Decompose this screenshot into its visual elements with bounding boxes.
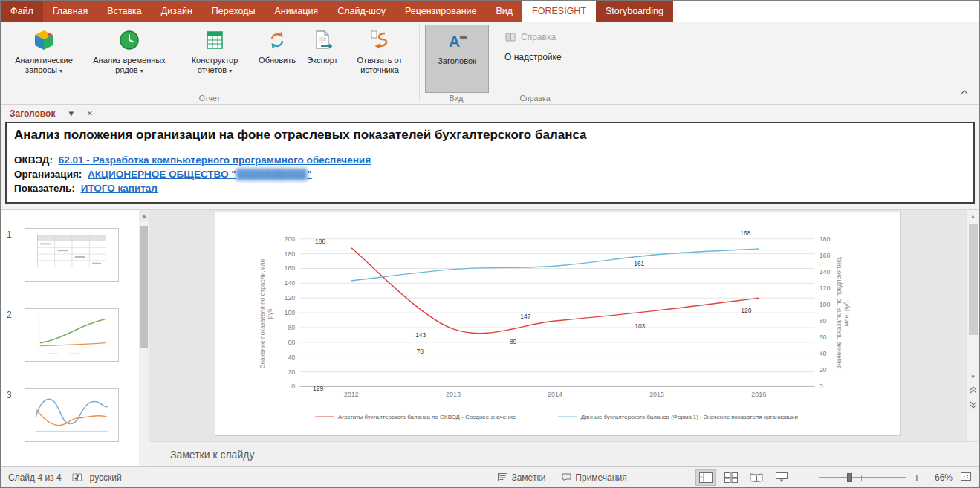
- tab-рецензирование[interactable]: Рецензирование: [395, 1, 487, 22]
- svg-text:80: 80: [820, 317, 827, 325]
- notes-icon: [498, 473, 507, 481]
- notes-placeholder: Заметки к слайду: [170, 449, 254, 461]
- group-divider: [419, 25, 420, 101]
- svg-text:2016: 2016: [751, 391, 766, 398]
- organization-link[interactable]: АКЦИОНЕРНОЕ ОБЩЕСТВО "██████████": [88, 169, 312, 180]
- svg-text:0: 0: [820, 383, 823, 390]
- slide-thumbnail-2[interactable]: 2: [1, 308, 139, 362]
- collapse-ribbon-button[interactable]: [958, 82, 970, 100]
- reading-view-button[interactable]: [746, 469, 767, 486]
- report-title: Анализ положения организации на фоне отр…: [14, 128, 966, 143]
- fit-slide-button[interactable]: [960, 471, 972, 484]
- slide-1-preview[interactable]: [25, 228, 119, 282]
- scroll-up-icon[interactable]: ▲: [967, 210, 980, 222]
- spellcheck-icon[interactable]: [72, 472, 82, 482]
- slide-2-preview[interactable]: [25, 308, 119, 362]
- organization-line: Организация: АКЦИОНЕРНОЕ ОБЩЕСТВО "█████…: [14, 167, 966, 181]
- svg-text:60: 60: [288, 339, 295, 346]
- language-indicator[interactable]: русский: [90, 472, 122, 483]
- title-view-button[interactable]: А Заголовок: [425, 25, 489, 93]
- tab-главная[interactable]: Главная: [43, 1, 98, 22]
- status-bar-right: Заметки Примечания: [498, 469, 972, 486]
- previous-slide-button[interactable]: [967, 383, 980, 397]
- svg-text:Значение показателя по предпри: Значение показателя по предприятию,млн. …: [835, 256, 850, 369]
- notes-panel[interactable]: Заметки к слайду: [149, 441, 979, 466]
- slide-number: 1: [7, 228, 25, 282]
- vertical-scrollbar[interactable]: ▲ ▼: [966, 210, 979, 441]
- zoom-slider-thumb[interactable]: [847, 473, 852, 482]
- ribbon-tab-bar: ФайлГлавнаяВставкаДизайнПереходыАнимация…: [1, 1, 979, 22]
- slide-thumbnail-1[interactable]: 1: [1, 228, 139, 282]
- export-button[interactable]: Экспорт: [301, 25, 344, 93]
- indicator-link[interactable]: ИТОГО капитал: [81, 183, 158, 194]
- tab-вид[interactable]: Вид: [486, 1, 522, 22]
- zoom-slider[interactable]: [819, 472, 906, 483]
- slide[interactable]: 0204060801001201401601802000204060801001…: [215, 212, 901, 436]
- slide-sorter-view-button[interactable]: [721, 469, 742, 486]
- slide-thumbnail-3[interactable]: 3: [1, 388, 139, 442]
- comments-icon: [562, 473, 571, 482]
- unlink-source-button[interactable]: Отвязать от источника: [344, 25, 415, 93]
- tab-storyboarding[interactable]: Storyboarding: [596, 1, 673, 22]
- scroll-down-icon[interactable]: ▼: [967, 371, 980, 383]
- tab-foresight[interactable]: FORESIGHT: [522, 1, 596, 22]
- group-label-view: Вид: [421, 94, 492, 103]
- svg-text:160: 160: [284, 264, 295, 272]
- report-builder-button[interactable]: Конструктор отчетов▾: [176, 25, 253, 93]
- okved-link[interactable]: 62.01 - Разработка компьютерного програм…: [59, 154, 371, 166]
- svg-text:78: 78: [417, 348, 424, 355]
- pane-collapse-icon[interactable]: ▾: [68, 108, 74, 118]
- time-series-analysis-button[interactable]: Анализ временных рядов▾: [82, 25, 176, 93]
- group-label-report: Отчет: [1, 94, 418, 103]
- tab-слайд-шоу[interactable]: Слайд-шоу: [328, 1, 395, 22]
- pane-close-icon[interactable]: ×: [87, 108, 93, 118]
- slide-3-preview[interactable]: [25, 388, 119, 442]
- editor-column: 0204060801001201401601802000204060801001…: [149, 210, 979, 466]
- zoom-level[interactable]: 66%: [926, 472, 953, 483]
- next-slide-button[interactable]: [967, 397, 980, 412]
- chevron-up-icon: [961, 90, 968, 94]
- svg-text:143: 143: [415, 331, 426, 339]
- okved-label: ОКВЭД:: [14, 154, 53, 166]
- thumbnails-scrollbar[interactable]: ▲: [139, 210, 149, 466]
- tab-вставка[interactable]: Вставка: [97, 1, 151, 22]
- svg-text:140: 140: [820, 268, 831, 276]
- scrollbar-thumb[interactable]: [969, 224, 978, 335]
- workspace: 1 2 3 ▲: [1, 209, 979, 466]
- normal-view-button[interactable]: [695, 469, 716, 486]
- thumbnails-scroll-up-icon[interactable]: ▲: [139, 210, 149, 221]
- tab-дизайн[interactable]: Дизайн: [152, 1, 202, 22]
- scrollbar-track[interactable]: [967, 222, 980, 371]
- svg-text:188: 188: [315, 238, 325, 245]
- ribbon-group-help: Справка О надстройке Справка: [494, 22, 576, 104]
- indicator-line: Показатель: ИТОГО капитал: [14, 181, 966, 195]
- svg-text:Значение показателя по отрасли: Значение показателя по отрасли,млн.руб.: [259, 258, 273, 368]
- notes-toggle-button[interactable]: Заметки: [498, 472, 545, 483]
- zoom-out-button[interactable]: −: [802, 472, 814, 484]
- slide-number: 3: [7, 388, 25, 442]
- slideshow-view-button[interactable]: [771, 469, 792, 486]
- thumbnails-scrollbar-thumb[interactable]: [140, 226, 148, 348]
- report-title-box[interactable]: Анализ положения организации на фоне отр…: [5, 122, 975, 204]
- svg-text:60: 60: [820, 334, 827, 341]
- svg-text:100: 100: [820, 301, 831, 308]
- comments-toggle-button[interactable]: Примечания: [562, 472, 626, 483]
- svg-text:2013: 2013: [446, 391, 461, 398]
- svg-text:180: 180: [820, 235, 831, 243]
- title-letter-icon: А: [445, 29, 469, 53]
- slide-chart: 0204060801001201401601802000204060801001…: [215, 212, 900, 435]
- tab-переходы[interactable]: Переходы: [202, 1, 265, 22]
- zoom-in-button[interactable]: +: [911, 472, 923, 484]
- tab-анимация[interactable]: Анимация: [265, 1, 328, 22]
- help-button[interactable]: Справка: [499, 29, 562, 45]
- analytical-queries-button[interactable]: Аналитические запросы▾: [5, 25, 82, 93]
- svg-text:0: 0: [291, 383, 295, 390]
- status-bar: Слайд 4 из 4 русский Заметки Примечания: [1, 466, 979, 487]
- zoom-slider-track[interactable]: [819, 477, 906, 478]
- time-series-clock-icon: [117, 28, 141, 52]
- about-addin-button[interactable]: О надстройке: [499, 50, 568, 65]
- refresh-button[interactable]: Обновить: [253, 25, 301, 93]
- svg-text:120: 120: [741, 307, 751, 314]
- slide-indicator: Слайд 4 из 4: [8, 472, 62, 483]
- tab-файл[interactable]: Файл: [1, 1, 43, 22]
